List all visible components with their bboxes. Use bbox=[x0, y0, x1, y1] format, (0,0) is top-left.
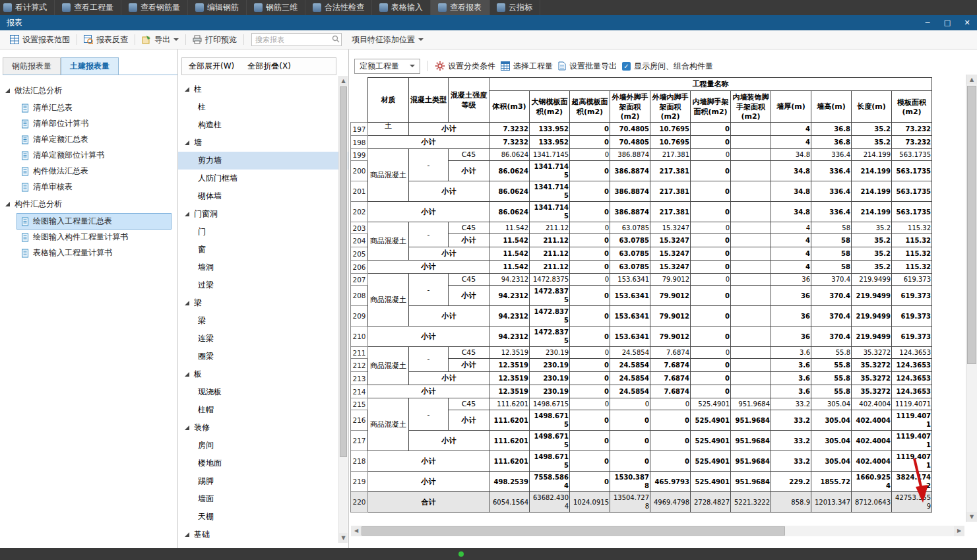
component-item-4-0[interactable]: 现浇板 bbox=[178, 383, 348, 401]
component-item-3-1[interactable]: 连梁 bbox=[178, 330, 348, 348]
close-button[interactable]: ✕ bbox=[957, 15, 977, 30]
scrollbar-track[interactable] bbox=[339, 86, 348, 533]
expand-all-button[interactable]: 全部展开(W) bbox=[182, 58, 241, 75]
report-back-check-button[interactable]: 报表反查 bbox=[79, 33, 133, 47]
component-item-2-2[interactable]: 墙洞 bbox=[178, 259, 348, 276]
value-cell: 305.04 bbox=[811, 410, 852, 431]
maximize-button[interactable]: □ bbox=[937, 15, 957, 30]
scrollbar-thumb[interactable] bbox=[340, 86, 347, 457]
menu-item-8[interactable]: 云指标 bbox=[489, 0, 540, 15]
component-item-5-3[interactable]: 墙面 bbox=[178, 490, 348, 508]
feature-position-dropdown[interactable]: 项目特征添加位置 bbox=[347, 33, 428, 47]
component-item-2-1[interactable]: 窗 bbox=[178, 241, 348, 259]
scrollbar-track[interactable] bbox=[362, 526, 954, 536]
print-preview-button[interactable]: 打印预览 bbox=[188, 33, 241, 47]
minimize-button[interactable]: ─ bbox=[918, 15, 937, 30]
value-cell: 153.6341 bbox=[610, 327, 650, 347]
value-cell: 115.32 bbox=[892, 247, 932, 261]
component-item-6-0[interactable]: 基础梁 bbox=[178, 544, 348, 545]
scrollbar-thumb[interactable] bbox=[967, 86, 976, 364]
set-report-range-button[interactable]: 设置报表范围 bbox=[5, 33, 75, 47]
set-classification-button[interactable]: 设置分类条件 bbox=[435, 61, 495, 72]
component-item-5-2[interactable]: 踢脚 bbox=[178, 472, 348, 490]
report-item-0-4[interactable]: 构件做法汇总表 bbox=[17, 164, 171, 179]
scroll-up-icon[interactable]: ▲ bbox=[966, 75, 977, 84]
component-tree-scrollbar[interactable]: ▲ ▼ bbox=[338, 76, 348, 543]
label-cell: 小计 bbox=[449, 359, 489, 372]
component-item-2-0[interactable]: 门 bbox=[178, 223, 348, 241]
report-section-0[interactable]: 做法汇总分析 bbox=[0, 82, 177, 100]
component-item-5-4[interactable]: 天棚 bbox=[178, 508, 348, 526]
menu-item-7[interactable]: 查看报表 bbox=[431, 0, 489, 15]
scroll-right-icon[interactable]: ▶ bbox=[954, 526, 964, 536]
quantity-type-dropdown[interactable]: 定额工程量 bbox=[354, 59, 420, 74]
value-cell: 63.0785 bbox=[610, 247, 650, 261]
report-search-input[interactable] bbox=[251, 33, 342, 46]
menu-item-3[interactable]: 编辑钢筋 bbox=[188, 0, 247, 15]
value-cell: 619.373 bbox=[892, 327, 932, 347]
table-vertical-scrollbar[interactable]: ▲ ▼ bbox=[966, 75, 977, 522]
value-cell: 0 bbox=[691, 136, 731, 149]
report-item-0-0[interactable]: 清单汇总表 bbox=[17, 100, 171, 115]
export-button[interactable]: 导出 bbox=[137, 33, 183, 47]
component-group-0[interactable]: 柱 bbox=[178, 80, 348, 98]
scroll-left-icon[interactable]: ◀ bbox=[351, 526, 362, 536]
value-cell: 1472.8375 bbox=[530, 306, 570, 327]
component-group-4[interactable]: 板 bbox=[178, 365, 348, 383]
show-room-toggle[interactable]: ✓ 显示房间、组合构件量 bbox=[622, 61, 713, 72]
report-item-0-1[interactable]: 清单部位计算书 bbox=[17, 116, 171, 131]
component-item-5-0[interactable]: 房间 bbox=[178, 437, 348, 454]
component-item-1-1[interactable]: 人防门框墙 bbox=[178, 170, 348, 187]
value-cell: 563.1735 bbox=[892, 149, 932, 161]
collapse-all-button[interactable]: 全部折叠(X) bbox=[241, 58, 298, 75]
batch-export-button[interactable]: 设置批量导出 bbox=[558, 61, 617, 72]
value-cell: 35.2 bbox=[852, 247, 892, 261]
menu-item-0[interactable]: 看计算式 bbox=[0, 0, 55, 15]
value-cell: 13504.7278 bbox=[610, 492, 650, 513]
value-cell: 34.8 bbox=[771, 202, 811, 222]
component-group-5[interactable]: 装修 bbox=[178, 419, 348, 437]
value-cell: 4969.4798 bbox=[650, 492, 691, 513]
table-horizontal-scrollbar[interactable]: ◀ ▶ bbox=[351, 526, 964, 536]
menu-item-4[interactable]: 钢筋三维 bbox=[247, 0, 305, 15]
component-item-3-2[interactable]: 圈梁 bbox=[178, 348, 348, 365]
menu-item-6[interactable]: 表格输入 bbox=[372, 0, 431, 15]
select-quantities-button[interactable]: 选择工程量 bbox=[501, 61, 553, 72]
component-item-1-0[interactable]: 剪力墙 bbox=[178, 152, 348, 170]
component-group-2[interactable]: 门窗洞 bbox=[178, 205, 348, 223]
component-group-1[interactable]: 墙 bbox=[178, 134, 348, 152]
menu-item-2[interactable]: 查看钢筋量 bbox=[121, 0, 188, 15]
report-toolbar: 设置报表范围 报表反查 导出 打印预览 bbox=[0, 30, 977, 49]
checkbox-checked-icon[interactable]: ✓ bbox=[622, 62, 631, 71]
report-item-0-3[interactable]: 清单定额部位计算书 bbox=[17, 148, 171, 163]
component-item-0-1[interactable]: 构造柱 bbox=[178, 116, 348, 134]
report-section-1[interactable]: 构件汇总分析 bbox=[0, 195, 177, 213]
scrollbar-thumb[interactable] bbox=[362, 526, 785, 536]
report-item-1-2[interactable]: 表格输入工程量计算书 bbox=[17, 245, 171, 261]
value-cell: 370.4 bbox=[811, 327, 852, 347]
tab-civil-reports[interactable]: 土建报表量 bbox=[61, 57, 119, 75]
scroll-up-icon[interactable]: ▲ bbox=[339, 76, 348, 86]
component-item-2-3[interactable]: 过梁 bbox=[178, 276, 348, 294]
report-item-1-0[interactable]: 绘图输入工程量汇总表 bbox=[17, 214, 171, 229]
component-item-1-2[interactable]: 砌体墙 bbox=[178, 187, 348, 205]
value-cell: 94.2312 bbox=[489, 306, 530, 327]
menu-item-1[interactable]: 查看工程量 bbox=[55, 0, 121, 15]
report-item-1-1[interactable]: 绘图输入构件工程量计算书 bbox=[17, 230, 171, 245]
value-cell: 0 bbox=[570, 410, 610, 431]
component-item-0-0[interactable]: 柱 bbox=[178, 98, 348, 116]
table-row-197: 197土小计7.3232133.952070.480510.76950436.8… bbox=[351, 123, 932, 136]
component-item-5-1[interactable]: 楼地面 bbox=[178, 454, 348, 472]
component-group-3[interactable]: 梁 bbox=[178, 294, 348, 312]
tab-rebar-reports[interactable]: 钢筋报表量 bbox=[3, 57, 61, 75]
menu-item-5[interactable]: 合法性检查 bbox=[305, 0, 372, 15]
scrollbar-track[interactable] bbox=[966, 84, 977, 512]
component-item-3-0[interactable]: 梁 bbox=[178, 312, 348, 330]
value-cell: 35.2 bbox=[852, 123, 892, 136]
report-item-0-5[interactable]: 清单审核表 bbox=[17, 179, 171, 195]
component-item-4-1[interactable]: 柱帽 bbox=[178, 401, 348, 419]
scroll-down-icon[interactable]: ▼ bbox=[339, 533, 348, 543]
report-item-0-2[interactable]: 清单定额汇总表 bbox=[17, 132, 171, 147]
scroll-down-icon[interactable]: ▼ bbox=[966, 512, 977, 522]
component-group-6[interactable]: 基础 bbox=[178, 526, 348, 544]
